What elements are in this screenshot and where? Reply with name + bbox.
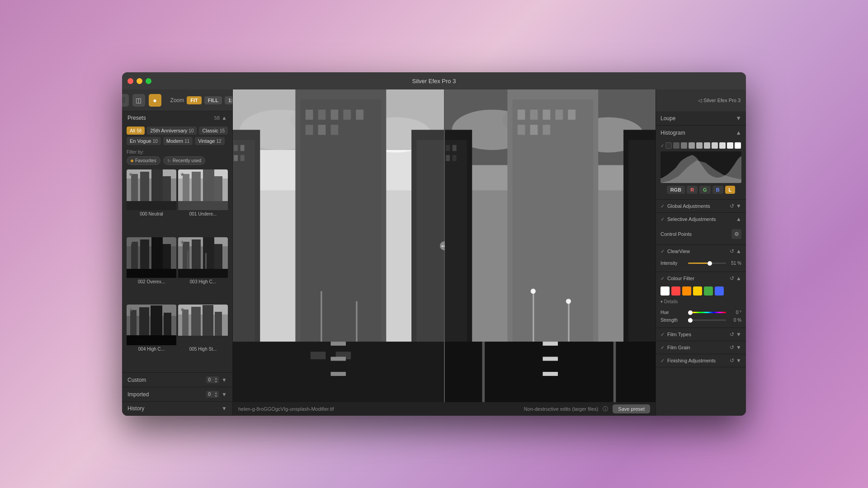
svg-rect-28 [187, 251, 189, 269]
preset-item-000[interactable]: ★ 000 Neutral [127, 169, 176, 235]
intensity-slider-track[interactable] [688, 263, 726, 264]
clearview-reset-icon[interactable]: ↺ [730, 248, 734, 254]
hist-g-btn[interactable]: G [699, 186, 711, 194]
loupe-title: Loupe [660, 115, 675, 122]
cat-classic[interactable]: Classic 15 [199, 127, 228, 135]
strength-slider-thumb[interactable] [688, 318, 693, 323]
clearview-check[interactable]: ✓ [660, 249, 665, 254]
histogram-title: Histogram [660, 130, 685, 136]
global-adj-chevron-icon[interactable]: ▼ [736, 203, 741, 209]
selective-adj-check[interactable]: ✓ [660, 216, 665, 222]
hist-b-btn[interactable]: B [712, 186, 723, 194]
hist-mid2-swatch[interactable] [689, 142, 695, 149]
global-adj-reset-icon[interactable]: ↺ [730, 203, 734, 209]
film-types-chevron-icon[interactable]: ▼ [736, 331, 741, 338]
hist-light-swatch[interactable] [696, 142, 703, 149]
svg-rect-99 [555, 110, 563, 120]
cf-swatch-yellow[interactable] [693, 286, 702, 296]
film-grain-check[interactable]: ✓ [660, 345, 665, 351]
preset-item-003[interactable]: ★ 003 High C... [178, 237, 228, 303]
hist-dark-swatch[interactable] [673, 142, 679, 149]
favourites-filter-btn[interactable]: Favourites [127, 156, 160, 165]
compare-side-btn[interactable]: ◫ [132, 94, 145, 107]
film-grain-chevron-icon[interactable]: ▼ [736, 344, 741, 351]
history-section[interactable]: History ▼ [122, 402, 232, 416]
svg-rect-62 [306, 110, 313, 120]
imported-stepper[interactable]: 0 ▲ ▼ [206, 391, 219, 398]
custom-section[interactable]: Custom 0 ▲ ▼ ▼ [122, 373, 232, 387]
colour-filter-header[interactable]: ✓ Colour Filter ↺ ▲ [656, 272, 746, 285]
cf-swatch-blue[interactable] [715, 286, 724, 296]
film-types-check[interactable]: ✓ [660, 332, 665, 338]
svg-rect-75 [331, 342, 346, 346]
hist-l-btn[interactable]: L [725, 186, 736, 194]
save-preset-button[interactable]: Save preset [613, 404, 650, 413]
selective-adjustments-header[interactable]: ✓ Selective Adjustments ▲ [656, 213, 746, 225]
close-button[interactable] [127, 78, 133, 84]
cat-envogue[interactable]: En Vogue 10 [127, 137, 161, 145]
global-adjustments-header[interactable]: ✓ Global Adjustments ↺ ▼ [656, 200, 746, 212]
zoom-fill-btn[interactable]: FILL [204, 96, 222, 104]
svg-rect-66 [356, 110, 363, 120]
compare-overlay-btn[interactable]: ● [149, 94, 161, 107]
cat-modern[interactable]: Modern 11 [163, 137, 193, 145]
presets-collapse-icon[interactable]: ▲ [222, 115, 227, 121]
control-points-gear-btn[interactable]: ⚙ [731, 229, 741, 239]
hist-lighter-swatch[interactable] [704, 142, 710, 149]
colour-filter-swatches [656, 285, 746, 299]
custom-stepper[interactable]: 0 ▲ ▼ [206, 376, 219, 383]
colour-filter-check[interactable]: ✓ [660, 276, 665, 282]
film-types-header[interactable]: ✓ Film Types ↺ ▼ [656, 328, 746, 341]
cf-swatch-white[interactable] [660, 286, 670, 296]
preset-item-005[interactable]: ★ 005 High St... [178, 305, 228, 371]
finishing-adj-check[interactable]: ✓ [660, 358, 665, 364]
colour-filter-reset-icon[interactable]: ↺ [730, 275, 734, 282]
preset-item-002[interactable]: ★ 002 Overex... [127, 237, 176, 303]
svg-rect-112 [542, 357, 557, 361]
colour-filter-chevron-icon[interactable]: ▲ [736, 275, 741, 282]
global-adj-check[interactable]: ✓ [660, 203, 665, 209]
cat-25th[interactable]: 25th Anniversary 10 [147, 127, 197, 135]
clearview-header[interactable]: ✓ ClearView ↺ ▲ [656, 245, 746, 258]
compare-split-btn[interactable]: ⬛ [122, 94, 129, 107]
cat-25th-count: 10 [189, 128, 193, 133]
hist-very-light-swatch[interactable] [712, 142, 718, 149]
zoom-fit-btn[interactable]: FIT [187, 96, 202, 104]
hist-mid-swatch[interactable] [681, 142, 687, 149]
zoom-1-1-btn[interactable]: 1:1 [225, 96, 233, 104]
finishing-adj-reset-icon[interactable]: ↺ [730, 357, 734, 364]
compare-toolbar: Compare ⬛ ◫ ● Zoom FIT FILL 1:1 2:1 ⇅ [122, 89, 232, 111]
cat-all[interactable]: All 58 [127, 127, 145, 135]
loupe-header[interactable]: Loupe ▼ [656, 111, 746, 125]
hue-slider-track[interactable] [688, 312, 726, 313]
hist-r-btn[interactable]: R [687, 186, 698, 194]
svg-rect-100 [568, 110, 576, 120]
cf-swatch-green[interactable] [704, 286, 713, 296]
hist-near-white-swatch[interactable] [719, 142, 726, 149]
finishing-adj-chevron-icon[interactable]: ▼ [736, 357, 741, 364]
preset-item-001[interactable]: ★ 001 Undere... [178, 169, 228, 235]
hist-black-swatch[interactable] [665, 142, 672, 149]
recent-filter-btn[interactable]: ↻ Recently used [163, 156, 205, 165]
cf-swatch-red[interactable] [671, 286, 680, 296]
film-grain-reset-icon[interactable]: ↺ [730, 344, 734, 351]
film-types-reset-icon[interactable]: ↺ [730, 331, 734, 338]
hist-rgb-btn[interactable]: RGB [667, 186, 685, 194]
preset-item-004[interactable]: ★ 004 High C... [127, 305, 176, 371]
film-grain-header[interactable]: ✓ Film Grain ↺ ▼ [656, 341, 746, 354]
finishing-adjustments-header[interactable]: ✓ Finishing Adjustments ↺ ▼ [656, 354, 746, 367]
minimize-button[interactable] [137, 78, 142, 84]
clearview-chevron-icon[interactable]: ▲ [736, 248, 741, 254]
selective-adj-chevron-icon[interactable]: ▲ [736, 216, 741, 222]
imported-section[interactable]: Imported 0 ▲ ▼ ▼ [122, 387, 232, 402]
strength-slider-track[interactable] [688, 319, 726, 321]
cat-vintage[interactable]: Vintage 12 [195, 137, 224, 145]
histogram-header[interactable]: Histogram ▲ [656, 126, 746, 140]
cf-swatch-orange[interactable] [682, 286, 691, 296]
hist-white-swatch[interactable] [727, 142, 733, 149]
maximize-button[interactable] [146, 78, 151, 84]
intensity-slider-thumb[interactable] [708, 261, 712, 266]
hist-pure-white-swatch[interactable] [735, 142, 741, 149]
hue-slider-thumb[interactable] [688, 310, 693, 315]
finishing-adj-title: Finishing Adjustments [667, 358, 727, 363]
